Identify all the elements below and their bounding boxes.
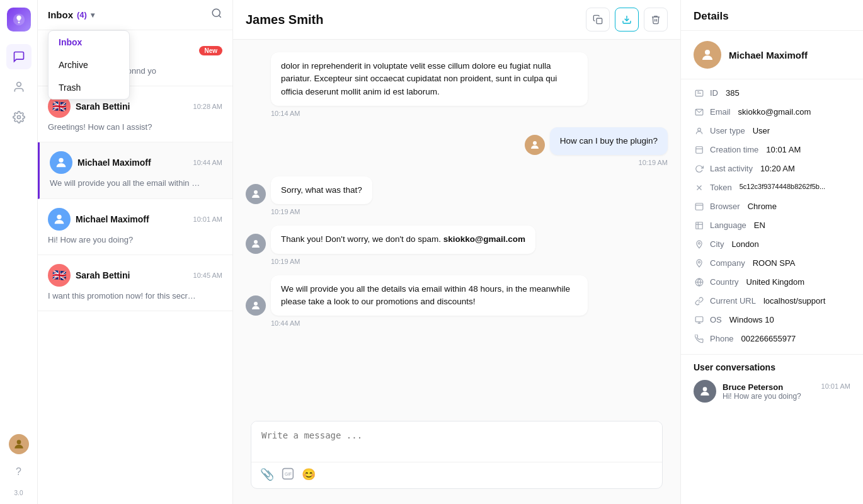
inbox-dropdown-menu: Inbox Archive Trash: [48, 30, 130, 100]
svg-point-13: [254, 302, 258, 306]
dropdown-item-archive[interactable]: Archive: [49, 54, 129, 76]
emoji-icon[interactable]: 😊: [302, 467, 316, 483]
conversation-item[interactable]: Michael Maximoff 10:44 AM We will provid…: [38, 142, 232, 198]
message-time: 10:44 AM: [271, 319, 668, 327]
detail-row-creation: Creation time 10:01 AM: [681, 141, 863, 160]
inbox-count: (4): [77, 10, 87, 20]
chat-actions: [586, 8, 668, 32]
message-bubble: How can I buy the plugin?: [550, 127, 668, 155]
attach-icon[interactable]: 📎: [260, 467, 274, 483]
detail-row-usertype: User type User: [681, 122, 863, 141]
svg-point-2: [16, 83, 21, 87]
user-conversation-item[interactable]: Bruce Peterson 10:01 AM Hi! How are you …: [694, 380, 850, 403]
svg-point-1: [18, 21, 20, 23]
detail-label: Token: [710, 183, 732, 192]
detail-label: Last activity: [710, 164, 753, 173]
language-icon: [694, 221, 705, 232]
detail-row-id: ID 385: [681, 84, 863, 103]
download-button[interactable]: [615, 8, 639, 32]
message-input[interactable]: [251, 421, 662, 459]
chat-panel: James Smith dolor in: [233, 0, 680, 504]
chevron-down-icon: ▾: [91, 11, 94, 20]
conv-meta: Michael Maximoff 10:01 AM: [76, 214, 222, 224]
help-icon[interactable]: ?: [6, 459, 31, 484]
conversation-item[interactable]: Michael Maximoff 10:01 AM Hi! How are yo…: [38, 199, 232, 255]
detail-row-country: Country United Kingdom: [681, 273, 863, 292]
message-avatar: [525, 135, 545, 155]
conv-time: 10:01 AM: [193, 215, 222, 223]
detail-value-language: EN: [754, 220, 765, 230]
conv-name: Sarah Bettini: [76, 101, 130, 112]
detail-label: ID: [710, 88, 718, 98]
email-highlight: skiokko@gmail.com: [443, 234, 525, 244]
message-input-container: 📎 GIF 😊: [233, 413, 680, 504]
conv-meta: Sarah Bettini 10:45 AM: [76, 270, 222, 280]
detail-label: Browser: [710, 202, 740, 211]
delete-button[interactable]: [644, 8, 668, 32]
nav-settings[interactable]: [6, 105, 31, 130]
message-input-area: 📎 GIF 😊: [251, 421, 663, 489]
svg-point-4: [16, 440, 21, 444]
detail-row-activity: Last activity 10:20 AM: [681, 160, 863, 179]
message-group: How can I buy the plugin? 10:19 AM: [246, 127, 668, 166]
conv-name: Michael Maximoff: [77, 158, 151, 168]
city-icon: [694, 240, 705, 251]
inbox-dropdown-button[interactable]: Inbox (4) ▾: [48, 9, 94, 20]
detail-row-company: Company ROON SPA: [681, 255, 863, 273]
conv-avatar: [48, 208, 71, 231]
svg-point-36: [703, 387, 707, 391]
message-group: Sorry, what was that? 10:19 AM: [246, 176, 668, 215]
detail-label: Language: [710, 220, 746, 230]
details-user-section: Michael Maximoff: [681, 31, 863, 79]
user-avatar[interactable]: [9, 434, 29, 454]
refresh-icon: [694, 164, 705, 175]
copy-button[interactable]: [586, 8, 610, 32]
app-logo: [7, 8, 31, 32]
conv-avatar: 🇬🇧: [48, 264, 71, 287]
detail-value-token: 5c12c3f9374448b8262f5b...: [740, 183, 825, 190]
email-icon: [694, 108, 705, 118]
message-bubble: Thank you! Don't worry, we don't do spam…: [271, 226, 535, 253]
message-row: We will provide you all the details via …: [246, 275, 668, 316]
url-icon: [694, 297, 705, 307]
svg-point-5: [212, 9, 220, 16]
detail-value-country: United Kingdom: [746, 277, 805, 287]
conversation-item[interactable]: 🇬🇧 Sarah Bettini 10:45 AM I want this pr…: [38, 255, 232, 311]
svg-point-16: [705, 50, 710, 55]
messages-area: dolor in reprehenderit in voluptate veli…: [233, 40, 680, 413]
message-time: 10:19 AM: [271, 258, 668, 265]
conv-avatar: [50, 151, 72, 174]
svg-point-11: [254, 190, 258, 194]
clock-icon: [694, 146, 705, 156]
conversation-list: 🇮🇹 Lisa Satta New ...not help me promoti…: [38, 30, 232, 504]
nav-messages[interactable]: [6, 44, 31, 69]
nav-contacts[interactable]: [6, 74, 31, 100]
detail-row-phone: Phone 002266655977: [681, 330, 863, 349]
search-icon[interactable]: [211, 8, 222, 22]
message-toolbar: 📎 GIF 😊: [251, 462, 662, 488]
gif-icon[interactable]: GIF: [282, 467, 294, 483]
conv-preview: Hi! How are you doing?: [48, 234, 199, 246]
dropdown-item-inbox[interactable]: Inbox: [49, 31, 129, 54]
detail-label: Company: [710, 258, 745, 268]
os-icon: [694, 316, 705, 326]
chat-title: James Smith: [246, 13, 323, 27]
user-conversations-title: User conversations: [694, 362, 850, 372]
details-avatar: [694, 41, 721, 69]
inbox-title: Inbox: [48, 9, 73, 20]
message-group: We will provide you all the details via …: [246, 275, 668, 328]
message-row: Sorry, what was that?: [246, 176, 668, 204]
detail-value-activity: 10:20 AM: [760, 164, 795, 173]
dropdown-item-trash[interactable]: Trash: [49, 76, 129, 99]
detail-value-phone: 002266655977: [741, 334, 796, 343]
detail-value-os: Windows 10: [729, 315, 774, 324]
svg-rect-26: [696, 222, 703, 229]
usertype-icon: [694, 127, 705, 137]
message-row: How can I buy the plugin?: [246, 127, 668, 155]
detail-row-email: Email skiokko@gmail.com: [681, 103, 863, 122]
detail-label: OS: [710, 315, 722, 324]
phone-icon: [694, 335, 705, 345]
user-conv-time: 10:01 AM: [821, 382, 850, 392]
message-group: dolor in reprehenderit in voluptate veli…: [246, 52, 668, 117]
detail-row-browser: Browser Chrome: [681, 198, 863, 217]
